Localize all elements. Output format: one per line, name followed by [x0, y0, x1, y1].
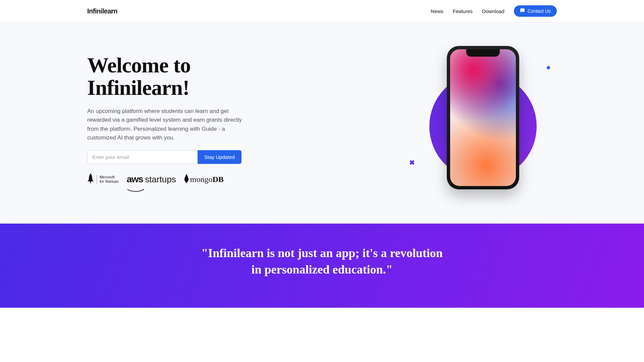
aws-startups-text: startups	[145, 174, 176, 185]
aws-word-text: aws	[127, 174, 143, 184]
mongo-bold: DB	[212, 175, 223, 184]
hero-content: Welcome to Infinilearn! An upcoming plat…	[87, 54, 275, 186]
email-signup-form: Stay Updated	[87, 150, 241, 164]
nav-links: News Features Download Contact Us	[431, 5, 557, 17]
quote-section: "Infinilearn is not just an app; it's a …	[0, 224, 644, 308]
quote-text: "Infinilearn is not just an app; it's a …	[201, 245, 443, 278]
dot-decoration	[547, 66, 550, 69]
microsoft-line1: Microsoft	[100, 175, 119, 179]
stay-updated-button[interactable]: Stay Updated	[198, 150, 241, 164]
aws-startups-logo: aws startups	[127, 174, 176, 185]
microsoft-line2: for Startups	[100, 179, 119, 184]
brand-logo[interactable]: Infinilearn	[87, 7, 117, 15]
email-input[interactable]	[87, 150, 198, 164]
hero-section: Welcome to Infinilearn! An upcoming plat…	[0, 22, 644, 224]
mongodb-text: mongoDB	[190, 175, 224, 184]
phone-mockup	[447, 46, 519, 189]
phone-screen	[450, 49, 516, 186]
aws-swoosh-icon	[127, 184, 144, 188]
microsoft-startups-logo: Microsoft for Startups	[87, 173, 119, 185]
nav-link-features[interactable]: Features	[453, 8, 473, 14]
hero-subtitle: An upcoming platform where students can …	[87, 107, 248, 142]
nav-link-news[interactable]: News	[431, 8, 443, 14]
aws-word: aws	[127, 174, 143, 185]
partner-logos: Microsoft for Startups aws startups	[87, 173, 275, 185]
rocket-icon	[87, 173, 94, 185]
nav-link-download[interactable]: Download	[482, 8, 504, 14]
x-decoration: ✖	[409, 159, 415, 167]
hero-illustration: ✖	[409, 43, 557, 197]
leaf-icon	[184, 174, 189, 185]
navbar: Infinilearn News Features Download Conta…	[0, 0, 644, 22]
mongo-light: mongo	[190, 175, 213, 184]
mongodb-logo: mongoDB	[184, 174, 224, 185]
microsoft-startups-text: Microsoft for Startups	[97, 175, 119, 184]
chat-icon	[520, 8, 525, 14]
contact-button[interactable]: Contact Us	[514, 5, 557, 17]
contact-button-label: Contact Us	[528, 8, 551, 14]
phone-notch	[466, 49, 500, 57]
hero-title: Welcome to Infinilearn!	[87, 54, 275, 99]
